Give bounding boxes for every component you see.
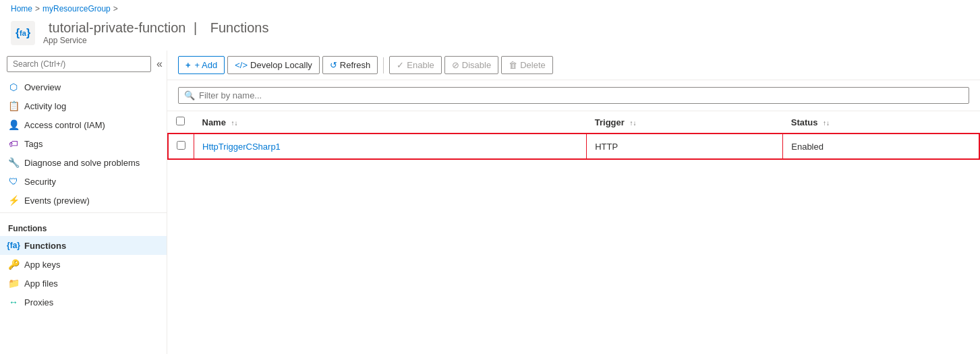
- trigger-sort-icon[interactable]: ↑↓: [629, 119, 636, 127]
- sidebar: « ⬡ Overview 📋 Activity log 👤 Access con…: [0, 51, 167, 354]
- function-status-cell: Enabled: [783, 134, 979, 159]
- sidebar-item-diagnose[interactable]: 🔧 Diagnose and solve problems: [0, 153, 167, 172]
- table-row: HttpTriggerCSharp1 HTTP Enabled: [168, 134, 979, 159]
- breadcrumb-resource-group[interactable]: myResourceGroup: [42, 4, 111, 13]
- function-trigger-cell: HTTP: [587, 134, 783, 159]
- select-all-header: [168, 111, 194, 134]
- disable-button[interactable]: ⊘ Disable: [444, 56, 498, 74]
- page-title: tutorial-private-function | Functions: [43, 20, 268, 36]
- breadcrumb: Home > myResourceGroup >: [0, 0, 980, 18]
- code-icon: </>: [235, 60, 248, 70]
- sidebar-divider: [0, 212, 167, 213]
- breadcrumb-home[interactable]: Home: [11, 4, 32, 13]
- overview-icon: ⬡: [8, 82, 19, 92]
- app-keys-icon: 🔑: [8, 259, 19, 270]
- row-checkbox[interactable]: [177, 141, 185, 150]
- functions-icon: {fa}: [8, 240, 19, 251]
- sidebar-item-security[interactable]: 🛡 Security: [0, 172, 167, 191]
- filter-search-icon: 🔍: [184, 90, 195, 100]
- sidebar-item-app-keys[interactable]: 🔑 App keys: [0, 255, 167, 274]
- page-subtitle: App Service: [43, 36, 268, 45]
- breadcrumb-sep1: >: [35, 4, 40, 13]
- enable-button[interactable]: ✓ Enable: [389, 56, 441, 74]
- sidebar-item-proxies[interactable]: ↔ Proxies: [0, 293, 167, 312]
- add-icon: +: [185, 60, 191, 70]
- status-column-header: Status ↑↓: [783, 111, 979, 134]
- access-control-icon: 👤: [8, 119, 19, 130]
- name-column-header: Name ↑↓: [194, 111, 587, 134]
- app-icon: {fa}: [11, 21, 35, 45]
- app-files-icon: 📁: [8, 278, 19, 289]
- filter-input[interactable]: [199, 90, 963, 100]
- enable-icon: ✓: [397, 60, 404, 70]
- page-header: {fa} tutorial-private-function | Functio…: [0, 18, 980, 51]
- function-name-link[interactable]: HttpTriggerCSharp1: [202, 142, 281, 152]
- activity-log-icon: 📋: [8, 100, 19, 111]
- sidebar-item-activity-log[interactable]: 📋 Activity log: [0, 96, 167, 115]
- sidebar-item-functions[interactable]: {fa} Functions: [0, 236, 167, 255]
- sidebar-item-access-control[interactable]: 👤 Access control (IAM): [0, 115, 167, 134]
- toolbar-separator: [383, 57, 384, 73]
- trigger-column-header: Trigger ↑↓: [587, 111, 783, 134]
- table-header-row: Name ↑↓ Trigger ↑↓ Status ↑↓: [168, 111, 979, 134]
- sidebar-item-app-files[interactable]: 📁 App files: [0, 274, 167, 293]
- refresh-icon: ↺: [330, 60, 337, 70]
- delete-icon: 🗑: [509, 60, 517, 70]
- function-name-cell: HttpTriggerCSharp1: [194, 134, 587, 159]
- tags-icon: 🏷: [8, 138, 19, 149]
- breadcrumb-sep2: >: [113, 4, 118, 13]
- functions-table: Name ↑↓ Trigger ↑↓ Status ↑↓: [167, 111, 980, 160]
- status-sort-icon[interactable]: ↑↓: [823, 119, 830, 127]
- events-icon: ⚡: [8, 195, 19, 206]
- proxies-icon: ↔: [8, 297, 19, 307]
- sidebar-collapse-button[interactable]: «: [156, 58, 163, 70]
- sidebar-search-input[interactable]: [7, 56, 151, 72]
- functions-table-container: Name ↑↓ Trigger ↑↓ Status ↑↓: [167, 111, 980, 354]
- name-sort-icon[interactable]: ↑↓: [231, 119, 238, 127]
- disable-icon: ⊘: [452, 60, 459, 70]
- sidebar-item-overview[interactable]: ⬡ Overview: [0, 78, 167, 96]
- add-button[interactable]: + + Add: [178, 56, 225, 74]
- diagnose-icon: 🔧: [8, 157, 19, 168]
- functions-section-header: Functions: [0, 216, 167, 236]
- row-checkbox-cell: [168, 134, 194, 159]
- delete-button[interactable]: 🗑 Delete: [501, 56, 553, 74]
- security-icon: 🛡: [8, 176, 19, 187]
- develop-locally-button[interactable]: </> Develop Locally: [227, 56, 320, 74]
- content-area: + + Add </> Develop Locally ↺ Refresh ✓ …: [167, 51, 980, 354]
- toolbar: + + Add </> Develop Locally ↺ Refresh ✓ …: [167, 51, 980, 80]
- filter-bar: 🔍: [167, 80, 980, 111]
- sidebar-item-tags[interactable]: 🏷 Tags: [0, 134, 167, 153]
- filter-input-container: 🔍: [178, 87, 969, 104]
- select-all-checkbox[interactable]: [176, 117, 185, 125]
- sidebar-item-events[interactable]: ⚡ Events (preview): [0, 191, 167, 210]
- refresh-button[interactable]: ↺ Refresh: [322, 56, 378, 74]
